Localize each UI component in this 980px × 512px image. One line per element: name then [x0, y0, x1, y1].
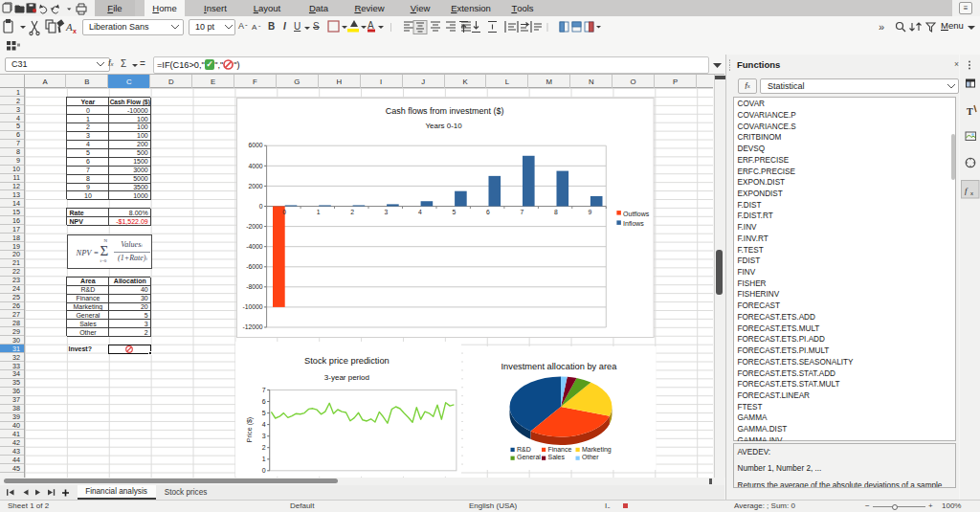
svg-text:0: 0 — [259, 203, 263, 210]
svg-text:3: 3 — [385, 209, 389, 215]
svg-text:4000: 4000 — [249, 163, 263, 169]
svg-text:0: 0 — [283, 209, 287, 215]
svg-text:6: 6 — [486, 209, 490, 215]
svg-text:-12000: -12000 — [243, 323, 263, 330]
svg-text:8: 8 — [554, 209, 558, 215]
svg-text:7: 7 — [261, 387, 265, 393]
svg-text:2: 2 — [261, 444, 265, 451]
svg-text:1: 1 — [317, 209, 321, 215]
svg-text:-4000: -4000 — [247, 243, 264, 250]
svg-text:-6000: -6000 — [247, 263, 264, 270]
svg-text:4: 4 — [418, 209, 422, 215]
svg-text:A: A — [368, 20, 374, 31]
svg-text:Sales: Sales — [548, 454, 566, 460]
svg-text:R&D: R&D — [517, 446, 531, 453]
svg-text:Years 0-10: Years 0-10 — [426, 122, 463, 130]
svg-text:Cash flows from investment ($): Cash flows from investment ($) — [386, 106, 504, 116]
svg-text:1: 1 — [261, 456, 265, 462]
svg-text:2000: 2000 — [249, 183, 263, 189]
svg-text:General: General — [517, 454, 541, 460]
svg-text:Other: Other — [582, 454, 599, 460]
svg-text:-10000: -10000 — [243, 303, 263, 310]
svg-text:3-year period: 3-year period — [323, 373, 368, 382]
svg-text:x: x — [73, 28, 77, 34]
svg-text:3: 3 — [261, 433, 265, 439]
svg-text:9: 9 — [589, 209, 592, 215]
svg-text:Stock price prediction: Stock price prediction — [304, 356, 390, 366]
svg-text:-8000: -8000 — [247, 283, 264, 290]
svg-text:Inflows: Inflows — [623, 220, 644, 227]
svg-text:Outflows: Outflows — [623, 211, 650, 217]
svg-text:7: 7 — [521, 209, 524, 215]
svg-text:Finance: Finance — [548, 446, 572, 453]
svg-text:A: A — [65, 21, 73, 33]
svg-text:5: 5 — [453, 209, 457, 215]
svg-text:»: » — [879, 21, 884, 33]
svg-text:6000: 6000 — [249, 143, 263, 149]
svg-text:2: 2 — [351, 209, 355, 215]
svg-text:6: 6 — [261, 398, 265, 405]
svg-text:-2000: -2000 — [247, 223, 264, 230]
svg-text:Price ($): Price ($) — [246, 417, 254, 442]
svg-text:0: 0 — [261, 467, 265, 474]
svg-text:T: T — [967, 106, 973, 117]
svg-text:Marketing: Marketing — [582, 446, 612, 454]
svg-text:Investment allocation by area: Investment allocation by area — [501, 362, 618, 371]
svg-text:4: 4 — [261, 421, 265, 428]
svg-text:x: x — [970, 190, 973, 196]
svg-text:5: 5 — [261, 410, 265, 416]
